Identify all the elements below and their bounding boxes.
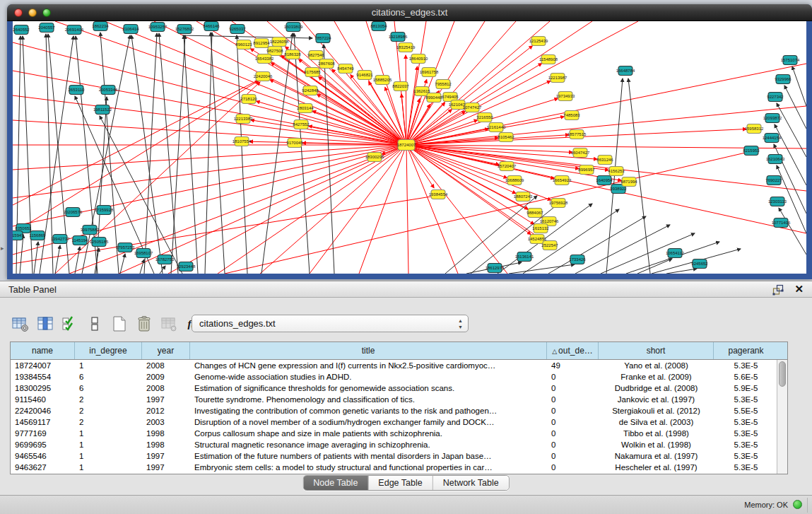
table-cell-out_de[interactable]: 0	[547, 450, 599, 462]
table-cell-in_degree[interactable]: 1	[75, 360, 142, 371]
show-columns-icon[interactable]	[35, 313, 56, 334]
table-cell-short[interactable]: Dudbridge et al. (2008)	[599, 382, 714, 394]
table-cell-pagerank[interactable]: 5.9E-5	[714, 382, 778, 394]
table-cell-name[interactable]: 14569117	[11, 416, 75, 428]
table-scrollbar[interactable]	[777, 360, 787, 474]
table-row[interactable]: 946362711997Embryonic stem cells: a mode…	[11, 462, 787, 473]
table-row[interactable]: 2242004622012Investigating the contribut…	[11, 405, 787, 416]
column-header-year[interactable]: year	[142, 342, 190, 359]
column-header-short[interactable]: short	[599, 342, 714, 359]
table-cell-year[interactable]: 1998	[142, 428, 190, 439]
table-cell-title[interactable]: Structural magnetic resonance image aver…	[190, 439, 547, 450]
citation-network-graph[interactable]: 2640552204055720691406186223421064141095…	[13, 21, 806, 274]
column-header-in_degree[interactable]: in_degree	[75, 342, 142, 359]
table-row[interactable]: 977716911998Corpus callosum shape and si…	[11, 428, 787, 439]
column-header-title[interactable]: title	[190, 342, 547, 359]
table-row[interactable]: 969969511998Structural magnetic resonanc…	[11, 439, 787, 450]
close-panel-icon[interactable]: ✕	[794, 283, 804, 296]
table-cell-in_degree[interactable]: 6	[75, 371, 142, 382]
network-canvas[interactable]: 2640552204055720691406186223421064141095…	[13, 21, 806, 274]
table-cell-name[interactable]: 9463627	[11, 462, 75, 473]
table-cell-title[interactable]: Tourette syndrome. Phenomenology and cla…	[190, 394, 547, 405]
table-cell-title[interactable]: Investigating the contribution of common…	[190, 405, 547, 416]
column-header-pagerank[interactable]: pagerank	[714, 342, 778, 359]
table-cell-in_degree[interactable]: 1	[75, 428, 142, 439]
table-cell-in_degree[interactable]: 1	[75, 450, 142, 462]
panel-collapse-arrow-icon[interactable]: ▸	[1, 245, 4, 252]
table-cell-out_de[interactable]: 0	[547, 405, 599, 416]
table-cell-in_degree[interactable]: 2	[75, 416, 142, 428]
table-cell-pagerank[interactable]: 5.6E-5	[714, 371, 778, 382]
table-cell-name[interactable]: 22420046	[11, 405, 75, 416]
table-cell-out_de[interactable]: 0	[547, 462, 599, 473]
table-cell-out_de[interactable]: 0	[547, 394, 599, 405]
memory-status-indicator[interactable]	[793, 500, 802, 509]
table-cell-pagerank[interactable]: 5.3E-5	[714, 439, 778, 450]
table-row[interactable]: 1872400712008Changes of HCN gene express…	[11, 360, 787, 371]
table-cell-short[interactable]: Hescheler et al. (1997)	[599, 462, 714, 473]
table-cell-out_de[interactable]: 0	[547, 428, 599, 439]
select-rows-icon[interactable]	[59, 313, 81, 334]
table-cell-name[interactable]: 9115460	[11, 394, 75, 405]
table-cell-year[interactable]: 1997	[142, 394, 190, 405]
table-cell-year[interactable]: 1997	[142, 450, 190, 462]
table-cell-short[interactable]: Stergiakouli et al. (2012)	[599, 405, 714, 416]
table-cell-short[interactable]: Yano et al. (2008)	[599, 360, 714, 371]
table-cell-name[interactable]: 18724007	[11, 360, 75, 371]
table-cell-title[interactable]: Genome-wide association studies in ADHD.	[190, 371, 547, 382]
table-row[interactable]: 911546021997Tourette syndrome. Phenomeno…	[11, 394, 787, 405]
table-row[interactable]: 1456911722003Disruption of a novel membe…	[11, 416, 787, 428]
table-cell-name[interactable]: 9465546	[11, 450, 75, 462]
table-cell-year[interactable]: 1997	[142, 462, 190, 473]
table-cell-out_de[interactable]: 0	[547, 382, 599, 394]
table-cell-short[interactable]: Franke et al. (2009)	[599, 371, 714, 382]
tab-edge-table[interactable]: Edge Table	[368, 476, 433, 490]
table-cell-pagerank[interactable]: 5.3E-5	[714, 416, 778, 428]
table-cell-title[interactable]: Corpus callosum shape and size in male p…	[190, 428, 547, 439]
create-table-icon[interactable]	[109, 313, 130, 334]
delete-table-icon[interactable]	[134, 313, 155, 334]
table-cell-in_degree[interactable]: 2	[75, 394, 142, 405]
table-cell-year[interactable]: 2012	[142, 405, 190, 416]
table-cell-title[interactable]: Changes of HCN gene expression and I(f) …	[190, 360, 547, 371]
table-cell-short[interactable]: Nakamura et al. (1997)	[599, 450, 714, 462]
column-header-out_de[interactable]: △out_de…	[547, 342, 599, 359]
table-row[interactable]: 1938455462009Genome-wide association stu…	[11, 371, 787, 382]
table-cell-pagerank[interactable]: 5.3E-5	[714, 394, 778, 405]
table-cell-out_de[interactable]: 0	[547, 371, 599, 382]
table-cell-title[interactable]: Estimation of significance thresholds fo…	[190, 382, 547, 394]
table-cell-name[interactable]: 9777169	[11, 428, 75, 439]
table-cell-short[interactable]: Jankovic et al. (1997)	[599, 394, 714, 405]
table-cell-name[interactable]: 19384554	[11, 371, 75, 382]
table-cell-short[interactable]: Wolkin et al. (1998)	[599, 439, 714, 450]
table-cell-out_de[interactable]: 49	[547, 360, 599, 371]
table-cell-title[interactable]: Embryonic stem cells: a model to study s…	[190, 462, 547, 473]
table-cell-out_de[interactable]: 0	[547, 439, 599, 450]
table-cell-pagerank[interactable]: 5.5E-5	[714, 405, 778, 416]
tab-node-table[interactable]: Node Table	[303, 476, 368, 490]
table-row[interactable]: 1830029562008Estimation of significance …	[11, 382, 787, 394]
table-cell-year[interactable]: 2003	[142, 416, 190, 428]
table-settings-icon[interactable]	[10, 313, 31, 334]
table-cell-pagerank[interactable]: 5.3E-5	[714, 428, 778, 439]
table-cell-in_degree[interactable]: 2	[75, 405, 142, 416]
float-panel-icon[interactable]	[772, 284, 784, 296]
table-cell-in_degree[interactable]: 1	[75, 462, 142, 473]
table-cell-title[interactable]: Disruption of a novel member of a sodium…	[190, 416, 547, 428]
column-header-name[interactable]: name	[11, 342, 75, 359]
table-row[interactable]: 946554611997Estimation of the future num…	[11, 450, 787, 462]
table-cell-year[interactable]: 2008	[142, 360, 190, 371]
table-scrollbar-thumb[interactable]	[779, 361, 786, 387]
table-cell-pagerank[interactable]: 5.3E-5	[714, 450, 778, 462]
table-cell-name[interactable]: 18300295	[11, 382, 75, 394]
tab-network-table[interactable]: Network Table	[433, 476, 509, 490]
table-cell-short[interactable]: de Silva et al. (2003)	[599, 416, 714, 428]
table-cell-in_degree[interactable]: 1	[75, 439, 142, 450]
network-window[interactable]: citations_edges.txt 26405522040557206914…	[7, 4, 812, 279]
table-cell-in_degree[interactable]: 6	[75, 382, 142, 394]
table-cell-year[interactable]: 2008	[142, 382, 190, 394]
table-cell-out_de[interactable]: 0	[547, 416, 599, 428]
table-cell-short[interactable]: Tibbo et al. (1998)	[599, 428, 714, 439]
table-cell-pagerank[interactable]: 5.3E-5	[714, 360, 778, 371]
table-cell-year[interactable]: 1998	[142, 439, 190, 450]
